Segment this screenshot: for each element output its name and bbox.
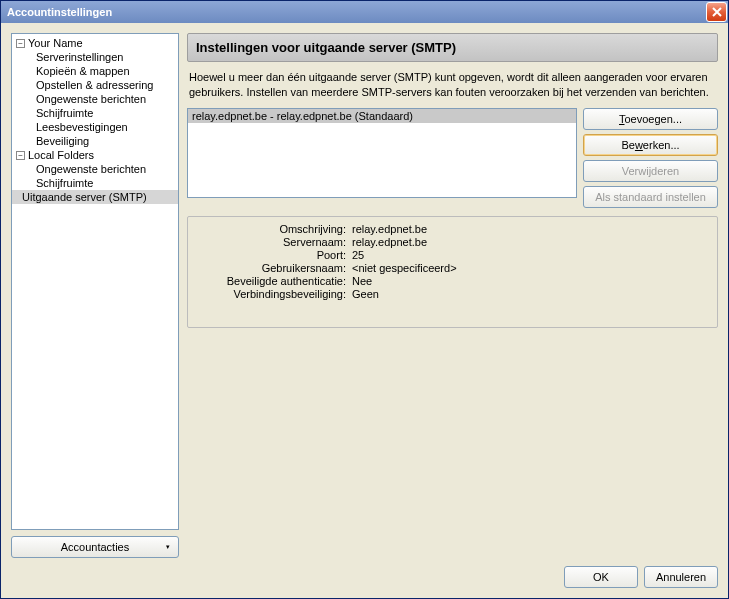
value-port: 25 <box>352 249 709 261</box>
tree-group-your-name[interactable]: − Your Name <box>12 36 178 50</box>
server-list-row: relay.edpnet.be - relay.edpnet.be (Stand… <box>187 108 718 208</box>
columns: − Your Name Serverinstellingen Kopieën &… <box>11 33 718 558</box>
ok-button[interactable]: OK <box>564 566 638 588</box>
close-button[interactable] <box>706 2 727 22</box>
tree-group-label: Local Folders <box>28 149 94 161</box>
collapse-icon[interactable]: − <box>16 39 25 48</box>
label-servername: Servernaam: <box>196 236 346 248</box>
value-description: relay.edpnet.be <box>352 223 709 235</box>
tree-item[interactable]: Serverinstellingen <box>12 50 178 64</box>
tree-item[interactable]: Leesbevestigingen <box>12 120 178 134</box>
label-username: Gebruikersnaam: <box>196 262 346 274</box>
tree-item[interactable]: Kopieën & mappen <box>12 64 178 78</box>
server-buttons: Toevoegen... Bewerken... Verwijderen Als… <box>583 108 718 208</box>
titlebar: Accountinstellingen <box>1 1 728 23</box>
tree-item[interactable]: Beveiliging <box>12 134 178 148</box>
label-port: Poort: <box>196 249 346 261</box>
smtp-server-list[interactable]: relay.edpnet.be - relay.edpnet.be (Stand… <box>187 108 577 198</box>
tree-item[interactable]: Ongewenste berichten <box>12 92 178 106</box>
add-button[interactable]: Toevoegen... <box>583 108 718 130</box>
panel-heading: Instellingen voor uitgaande server (SMTP… <box>187 33 718 62</box>
add-label-rest: oevoegen... <box>625 113 683 125</box>
account-tree[interactable]: − Your Name Serverinstellingen Kopieën &… <box>11 33 179 530</box>
dialog-window: Accountinstellingen − Your Name Serverin… <box>0 0 729 599</box>
list-item[interactable]: relay.edpnet.be - relay.edpnet.be (Stand… <box>188 109 576 123</box>
tree-item[interactable]: Ongewenste berichten <box>12 162 178 176</box>
spacer <box>187 336 718 558</box>
remove-button: Verwijderen <box>583 160 718 182</box>
tree-group-label: Your Name <box>28 37 83 49</box>
label-description: Omschrijving: <box>196 223 346 235</box>
edit-button[interactable]: Bewerken... <box>583 134 718 156</box>
right-column: Instellingen voor uitgaande server (SMTP… <box>187 33 718 558</box>
server-details: Omschrijving: relay.edpnet.be Servernaam… <box>187 216 718 328</box>
account-actions-label: Accountacties <box>61 541 129 553</box>
tree-item[interactable]: Schijfruimte <box>12 106 178 120</box>
account-actions-button[interactable]: Accountacties ▾ <box>11 536 179 558</box>
set-default-button: Als standaard instellen <box>583 186 718 208</box>
panel-description: Hoewel u meer dan één uitgaande server (… <box>187 70 718 100</box>
close-icon <box>712 7 722 17</box>
value-username: <niet gespecificeerd> <box>352 262 709 274</box>
dialog-buttons: OK Annuleren <box>11 558 718 588</box>
tree-group-local-folders[interactable]: − Local Folders <box>12 148 178 162</box>
left-column: − Your Name Serverinstellingen Kopieën &… <box>11 33 179 558</box>
collapse-icon[interactable]: − <box>16 151 25 160</box>
value-servername: relay.edpnet.be <box>352 236 709 248</box>
tree-item[interactable]: Opstellen & adressering <box>12 78 178 92</box>
window-title: Accountinstellingen <box>7 6 112 18</box>
value-connsec: Geen <box>352 288 709 300</box>
dialog-body: − Your Name Serverinstellingen Kopieën &… <box>1 23 728 598</box>
label-connsec: Verbindingsbeveiliging: <box>196 288 346 300</box>
tree-item[interactable]: Schijfruimte <box>12 176 178 190</box>
cancel-button[interactable]: Annuleren <box>644 566 718 588</box>
dropdown-icon: ▾ <box>166 543 170 551</box>
value-secureauth: Nee <box>352 275 709 287</box>
tree-item-smtp[interactable]: Uitgaande server (SMTP) <box>12 190 178 204</box>
label-secureauth: Beveiligde authenticatie: <box>196 275 346 287</box>
